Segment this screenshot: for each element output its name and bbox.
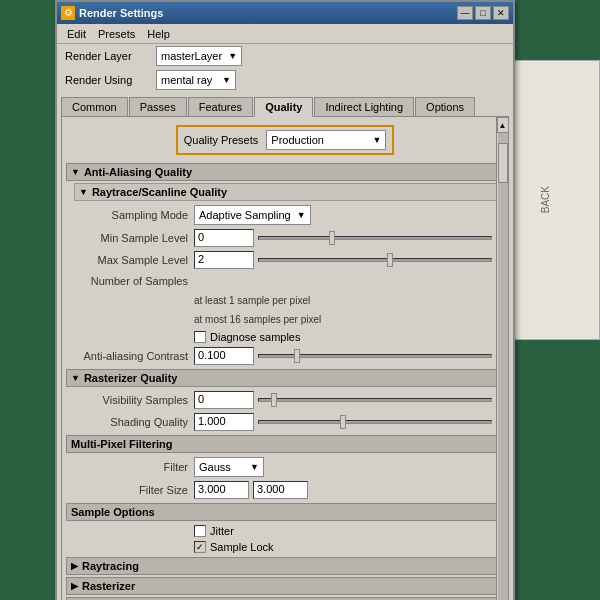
render-layer-row: Render Layer masterLayer ▼ (57, 44, 513, 68)
desktop: BACK ⚙ Render Settings — □ ✕ Edit Preset… (0, 0, 600, 600)
sampling-mode-label: Sampling Mode (74, 209, 194, 221)
visibility-samples-slider[interactable] (258, 398, 492, 402)
quality-presets-label: Quality Presets (184, 134, 259, 146)
raytrace-arrow: ▼ (79, 187, 88, 197)
quality-presets-row: Quality Presets Production ▼ (66, 121, 504, 159)
sampling-mode-dropdown[interactable]: Adaptive Sampling ▼ (194, 205, 311, 225)
tab-quality[interactable]: Quality (254, 97, 313, 117)
jitter-label: Jitter (210, 525, 234, 537)
diagnose-label: Diagnose samples (210, 331, 301, 343)
render-using-dropdown[interactable]: mental ray ▼ (156, 70, 236, 90)
raytracing-label: Raytracing (82, 560, 139, 572)
window-icon: ⚙ (61, 6, 75, 20)
sample-lock-label: Sample Lock (210, 541, 274, 553)
sampling-mode-row: Sampling Mode Adaptive Sampling ▼ (66, 203, 504, 227)
window-title: Render Settings (79, 7, 163, 19)
quality-presets-arrow: ▼ (372, 135, 381, 145)
menu-bar: Edit Presets Help (57, 24, 513, 44)
filter-size-input1[interactable]: 3.000 (194, 481, 249, 499)
render-layer-label: Render Layer (65, 50, 150, 62)
scroll-thumb[interactable] (498, 143, 508, 183)
title-buttons: — □ ✕ (457, 6, 509, 20)
aa-contrast-row: Anti-aliasing Contrast 0.100 (66, 345, 504, 367)
title-bar-left: ⚙ Render Settings (61, 6, 163, 20)
num-samples-row: Number of Samples (66, 271, 504, 291)
jitter-checkbox[interactable] (194, 525, 206, 537)
samples-note2: at most 16 samples per pixel (66, 310, 504, 329)
back-label: BACK (540, 186, 551, 213)
sample-options-label: Sample Options (71, 506, 155, 518)
num-samples-label: Number of Samples (74, 275, 194, 287)
filter-size-label: Filter Size (74, 484, 194, 496)
content-area: Quality Presets Production ▼ ▼ Anti-Alia… (61, 116, 509, 600)
diagnose-checkbox[interactable] (194, 331, 206, 343)
tab-common[interactable]: Common (61, 97, 128, 117)
filter-dropdown[interactable]: Gauss ▼ (194, 457, 264, 477)
aa-contrast-slider[interactable] (258, 354, 492, 358)
jitter-row: Jitter (66, 523, 504, 539)
diagnose-row: Diagnose samples (66, 329, 504, 345)
render-layer-arrow: ▼ (228, 51, 237, 61)
menu-edit[interactable]: Edit (61, 28, 92, 40)
samples-note1: at least 1 sample per pixel (66, 291, 504, 310)
rasterizer-arrow: ▶ (71, 581, 78, 591)
minimize-button[interactable]: — (457, 6, 473, 20)
rasterizer-quality-arrow: ▼ (71, 373, 80, 383)
aa-contrast-input[interactable]: 0.100 (194, 347, 254, 365)
sample-lock-row: ✓ Sample Lock (66, 539, 504, 555)
menu-help[interactable]: Help (141, 28, 176, 40)
anti-aliasing-arrow: ▼ (71, 167, 80, 177)
sample-lock-checkbox[interactable]: ✓ (194, 541, 206, 553)
shading-quality-row: Shading Quality 1.000 (66, 411, 504, 433)
scrollbar[interactable]: ▲ ▼ (496, 117, 508, 600)
anti-aliasing-label: Anti-Aliasing Quality (84, 166, 192, 178)
rasterizer-quality-header[interactable]: ▼ Rasterizer Quality (66, 369, 504, 387)
min-sample-row: Min Sample Level 0 (66, 227, 504, 249)
filter-size-input2[interactable]: 3.000 (253, 481, 308, 499)
shading-quality-slider[interactable] (258, 420, 492, 424)
tab-options[interactable]: Options (415, 97, 475, 117)
render-settings-window: ⚙ Render Settings — □ ✕ Edit Presets Hel… (55, 0, 515, 600)
max-sample-row: Max Sample Level 2 (66, 249, 504, 271)
scroll-up-button[interactable]: ▲ (497, 117, 509, 133)
render-using-arrow: ▼ (222, 75, 231, 85)
title-bar: ⚙ Render Settings — □ ✕ (57, 2, 513, 24)
raytracing-header[interactable]: ▶ Raytracing (66, 557, 504, 575)
sample-options-header[interactable]: Sample Options (66, 503, 504, 521)
quality-presets-dropdown[interactable]: Production ▼ (266, 130, 386, 150)
max-sample-input[interactable]: 2 (194, 251, 254, 269)
min-sample-label: Min Sample Level (74, 232, 194, 244)
max-sample-slider[interactable] (258, 258, 492, 262)
tab-indirect-lighting[interactable]: Indirect Lighting (314, 97, 414, 117)
raytrace-scanline-header[interactable]: ▼ Raytrace/Scanline Quality (74, 183, 504, 201)
min-sample-slider[interactable] (258, 236, 492, 240)
quality-presets-box: Quality Presets Production ▼ (176, 125, 395, 155)
shading-quality-input[interactable]: 1.000 (194, 413, 254, 431)
aa-contrast-label: Anti-aliasing Contrast (74, 350, 194, 362)
multi-pixel-label: Multi-Pixel Filtering (71, 438, 172, 450)
menu-presets[interactable]: Presets (92, 28, 141, 40)
filter-label: Filter (74, 461, 194, 473)
multi-pixel-header[interactable]: Multi-Pixel Filtering (66, 435, 504, 453)
maximize-button[interactable]: □ (475, 6, 491, 20)
rasterizer-header[interactable]: ▶ Rasterizer (66, 577, 504, 595)
filter-size-row: Filter Size 3.000 3.000 (66, 479, 504, 501)
max-sample-label: Max Sample Level (74, 254, 194, 266)
raytrace-scanline-label: Raytrace/Scanline Quality (92, 186, 227, 198)
visibility-samples-label: Visibility Samples (74, 394, 194, 406)
anti-aliasing-header[interactable]: ▼ Anti-Aliasing Quality (66, 163, 504, 181)
render-layer-dropdown[interactable]: masterLayer ▼ (156, 46, 242, 66)
scroll-track (498, 133, 508, 600)
render-using-row: Render Using mental ray ▼ (57, 68, 513, 92)
tab-passes[interactable]: Passes (129, 97, 187, 117)
filter-row: Filter Gauss ▼ (66, 455, 504, 479)
shading-quality-label: Shading Quality (74, 416, 194, 428)
close-button[interactable]: ✕ (493, 6, 509, 20)
rasterizer-quality-label: Rasterizer Quality (84, 372, 178, 384)
visibility-samples-input[interactable]: 0 (194, 391, 254, 409)
tab-features[interactable]: Features (188, 97, 253, 117)
sampling-mode-arrow: ▼ (297, 210, 306, 220)
rasterizer-label: Rasterizer (82, 580, 135, 592)
render-using-label: Render Using (65, 74, 150, 86)
min-sample-input[interactable]: 0 (194, 229, 254, 247)
